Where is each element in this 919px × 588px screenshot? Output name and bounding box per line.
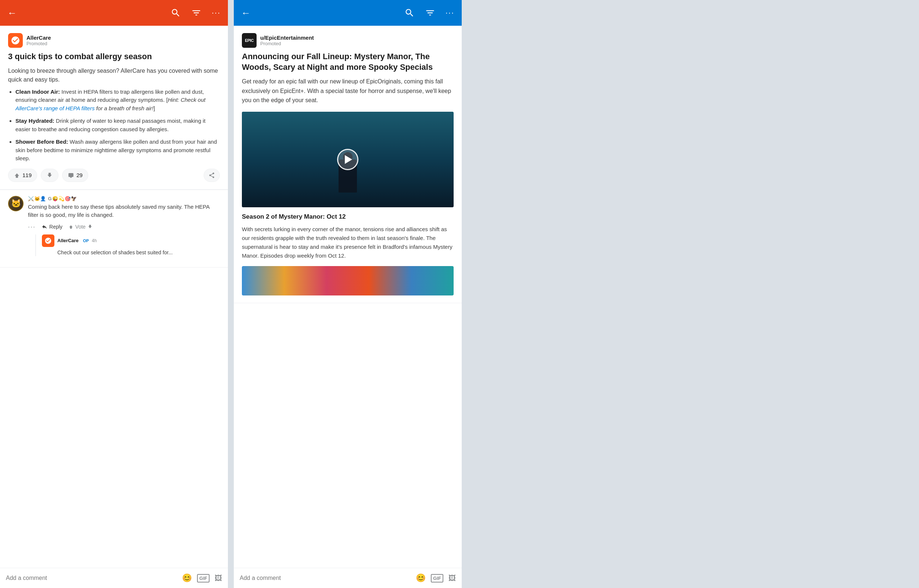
post-meta-right: EPIC u/EpicEntertainment Promoted	[242, 33, 454, 48]
post-body-right: Get ready for an epic fall with our new …	[242, 77, 454, 105]
epic-avatar: EPIC	[242, 33, 257, 48]
allercare-avatar	[8, 33, 23, 48]
tip-1-bold: Clean Indoor Air:	[15, 89, 60, 95]
back-button-left[interactable]: ←	[7, 7, 17, 19]
comment-input-bar-left: 😊 GIF 🖼	[0, 568, 228, 588]
reply-button[interactable]: Reply	[42, 224, 63, 230]
comment-button[interactable]: 29	[62, 169, 88, 182]
nested-comment: AllerCare OP 4h Check out our selection …	[35, 234, 220, 257]
allercare-link[interactable]: AllerCare's range of HEPA filters	[15, 105, 94, 111]
comment-input-icons-right: 😊 GIF 🖼	[416, 573, 456, 583]
nested-text: Check out our selection of shades best s…	[57, 249, 220, 257]
more-icon-left[interactable]: ···	[212, 8, 221, 18]
comment-more-icon[interactable]: ···	[28, 223, 36, 231]
more-icon-right[interactable]: ···	[446, 8, 454, 18]
promoted-label-left: Promoted	[26, 41, 51, 46]
emoji-icon-right[interactable]: 😊	[416, 573, 426, 583]
tip-2: Stay Hydrated: Drink plenty of water to …	[15, 117, 220, 133]
tip-1: Clean Indoor Air: Invest in HEPA filters…	[15, 88, 220, 113]
share-button[interactable]	[204, 169, 220, 182]
nested-time: 4h	[92, 238, 97, 243]
post-actions-left: 119 29	[8, 169, 220, 182]
advertiser-name: AllerCare	[26, 34, 51, 41]
filter-icon-left[interactable]	[191, 8, 202, 18]
app-bar-left: ← ···	[0, 0, 228, 26]
scrambled-name: ⚔️🐱‍👤 G😜💫🎯🦅	[28, 196, 77, 201]
content-area-right: EPIC u/EpicEntertainment Promoted Announ…	[234, 26, 462, 568]
left-phone-panel: ← ··· All	[0, 0, 228, 588]
gif-icon-right[interactable]: GIF	[431, 574, 443, 583]
post-card-left: AllerCare Promoted 3 quick tips to comba…	[0, 26, 228, 190]
upvote-count: 119	[23, 172, 32, 178]
post-title-right: Announcing our Fall Lineup: Mystery Mano…	[242, 52, 454, 73]
comment-count: 29	[76, 172, 83, 178]
play-button[interactable]	[337, 149, 359, 170]
video-description: With secrets lurking in every corner of …	[242, 225, 454, 260]
video-subtitle: Season 2 of Mystery Manor: Oct 12	[242, 213, 454, 221]
play-triangle-icon	[345, 155, 352, 164]
content-area-left: AllerCare Promoted 3 quick tips to comba…	[0, 26, 228, 568]
colorful-banner	[242, 266, 454, 296]
comment-input-bar-right: 😊 GIF 🖼	[234, 568, 462, 588]
image-icon-right[interactable]: 🖼	[449, 574, 456, 583]
comment-username-1: ⚔️🐱‍👤 G😜💫🎯🦅	[28, 196, 220, 201]
comment-item-1: 🐱 ⚔️🐱‍👤 G😜💫🎯🦅 Coming back here to say th…	[8, 196, 220, 257]
post-title-left: 3 quick tips to combat allergy season	[8, 52, 220, 62]
image-icon-left[interactable]: 🖼	[215, 574, 222, 583]
comment-actions-1: ··· Reply Vote	[28, 223, 220, 231]
tips-list: Clean Indoor Air: Invest in HEPA filters…	[15, 88, 220, 163]
app-bar-right: ← ···	[234, 0, 462, 26]
commenter-emoji: 🐱	[11, 199, 21, 208]
emoji-icon-left[interactable]: 😊	[182, 573, 192, 583]
post-meta-left: AllerCare Promoted	[8, 33, 220, 48]
post-intro: Looking to breeze through allergy season…	[8, 68, 218, 83]
video-thumbnail[interactable]	[242, 112, 454, 207]
post-body-left: Looking to breeze through allergy season…	[8, 66, 220, 163]
vote-button[interactable]: Vote	[68, 224, 93, 230]
downvote-button[interactable]	[41, 169, 58, 182]
comment-input-right[interactable]	[240, 575, 411, 582]
right-phone-panel: ← ··· EPIC u/EpicEntertainment Promoted	[234, 0, 462, 588]
tip-2-bold: Stay Hydrated:	[15, 118, 54, 124]
post-card-right: EPIC u/EpicEntertainment Promoted Announ…	[234, 26, 462, 303]
comment-text-1: Coming back here to say these tips absol…	[28, 203, 220, 220]
nested-allercare-avatar	[42, 234, 54, 247]
promoted-label-right: Promoted	[260, 41, 314, 46]
comment-section-left: 🐱 ⚔️🐱‍👤 G😜💫🎯🦅 Coming back here to say th…	[0, 190, 228, 268]
upvote-button[interactable]: 119	[8, 169, 37, 182]
tip-3: Shower Before Bed: Wash away allergens l…	[15, 138, 220, 163]
vote-label: Vote	[75, 224, 86, 230]
reply-label: Reply	[49, 224, 63, 230]
op-badge: OP	[83, 239, 89, 243]
comment-input-icons-left: 😊 GIF 🖼	[182, 573, 222, 583]
comment-content-1: ⚔️🐱‍👤 G😜💫🎯🦅 Coming back here to say thes…	[28, 196, 220, 257]
search-icon-left[interactable]	[171, 8, 181, 18]
epic-username: u/EpicEntertainment	[260, 34, 314, 41]
tip-3-bold: Shower Before Bed:	[15, 139, 68, 145]
filter-icon-right[interactable]	[425, 8, 435, 18]
back-button-right[interactable]: ←	[241, 7, 251, 19]
comment-input-left[interactable]	[6, 575, 178, 582]
gif-icon-left[interactable]: GIF	[197, 574, 210, 583]
commenter-avatar: 🐱	[8, 196, 24, 211]
nested-username: AllerCare	[57, 238, 79, 243]
nested-comment-header: AllerCare OP 4h	[42, 234, 220, 247]
search-icon-right[interactable]	[404, 8, 415, 18]
